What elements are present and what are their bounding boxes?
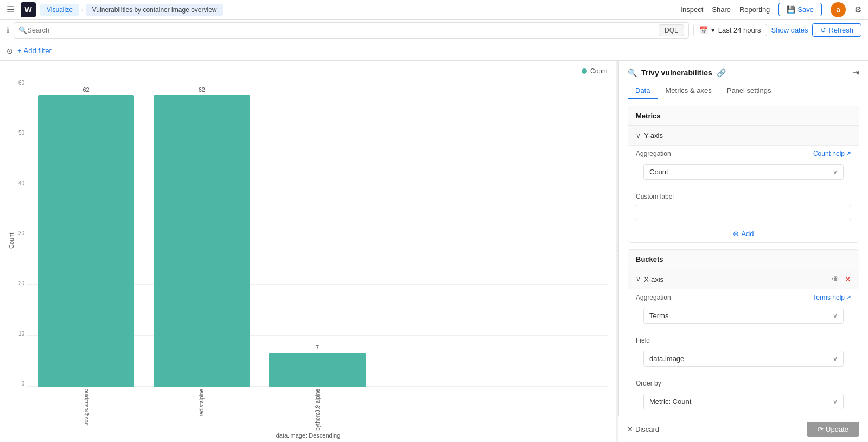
panel-tab-metrics-axes[interactable]: Metrics & axes [658, 83, 719, 99]
right-panel: 🔍 Trivy vulnerabilities 🔗 ⇥ Data Metrics… [618, 61, 868, 442]
add-icon: ⊕ [733, 230, 739, 238]
xlabel-postgres: postgres:alpine [33, 389, 139, 426]
count-help-icon: ↗ [846, 150, 851, 157]
panel-tabs: Data Metrics & axes Panel settings [628, 83, 859, 99]
order-by-chevron-icon: ∨ [833, 398, 838, 406]
bar-postgres[interactable] [38, 95, 134, 387]
plus-icon: + [17, 47, 22, 55]
panel-tab-data[interactable]: Data [628, 83, 658, 99]
field-select-wrap: data.image ∨ [628, 349, 859, 375]
time-label: Last 24 hours [718, 26, 761, 34]
order-by-label: Order by [636, 380, 661, 387]
buckets-aggregation-row: Aggregation Terms help ↗ Terms ∨ [628, 289, 859, 332]
hamburger-icon[interactable]: ☰ [7, 4, 14, 15]
metrics-section: Metrics ∨ Y-axis Aggregation Count help … [628, 106, 859, 243]
save-button[interactable]: 💾 Save [778, 3, 822, 16]
field-select[interactable]: data.image ∨ [643, 351, 844, 367]
panel-header: 🔍 Trivy vulnerabilities 🔗 ⇥ Data Metrics… [619, 61, 868, 99]
y-axis-label-text: Y-axis [644, 131, 663, 140]
close-x-icon[interactable]: ✕ [845, 275, 851, 283]
show-dates-button[interactable]: Show dates [771, 26, 808, 34]
xlabel-python-text: python:3.9-alpine [315, 389, 321, 431]
buckets-aggregation-label: Aggregation [636, 294, 671, 301]
y-axis-accordion[interactable]: ∨ Y-axis [628, 126, 859, 146]
main-layout: Count Count 60 50 40 30 20 10 0 [0, 61, 868, 442]
bar-redis[interactable] [154, 95, 250, 387]
bars-wrapper: 62 62 7 [27, 80, 608, 387]
custom-label-label: Custom label [636, 193, 674, 200]
refresh-button[interactable]: ↺ Refresh [812, 23, 861, 37]
update-button[interactable]: ⟳ Update [807, 422, 859, 437]
xlabel-redis-text: redis:alpine [199, 389, 205, 416]
eye-icon[interactable]: 👁 [832, 275, 839, 283]
time-picker[interactable]: 📅 ▾ Last 24 hours [693, 24, 767, 36]
field-label: Field [636, 337, 650, 344]
x-axis-label-text: X-axis [644, 275, 663, 283]
count-help-link[interactable]: Count help ↗ [813, 150, 851, 157]
bar-group-python: 7 [264, 80, 371, 387]
order-by-form-row: Order by [628, 375, 859, 392]
field-chevron-icon: ∨ [833, 355, 838, 363]
search-input[interactable] [27, 26, 659, 34]
y-tick-60: 60 [14, 80, 24, 86]
x-axis-chevron-icon: ∨ [636, 275, 641, 283]
chevron-down-icon: ▾ [711, 26, 715, 34]
gear-icon[interactable]: ⚙ [854, 5, 861, 15]
search-input-wrap[interactable]: 🔍 DQL [14, 22, 689, 39]
save-icon: 💾 [787, 5, 795, 14]
reporting-link[interactable]: Reporting [739, 5, 770, 14]
order-by-select-wrap: Metric: Count ∨ [628, 392, 859, 418]
order-by-value: Metric: Count [649, 397, 691, 406]
nav-right: Inspect Share Reporting 💾 Save a ⚙ [680, 2, 861, 17]
buckets-section-title: Buckets [628, 250, 859, 269]
buckets-aggregation-select-wrap: Terms ∨ [628, 306, 859, 332]
aggregation-select[interactable]: Count ∨ [643, 164, 844, 180]
xlabel-postgres-text: postgres:alpine [83, 389, 89, 426]
filter-bar: ⊙ + Add filter [0, 41, 868, 61]
aggregation-select-wrap: Count ∨ [628, 162, 859, 188]
custom-label-form-row: Custom label [628, 188, 859, 205]
panel-tab-panel-settings[interactable]: Panel settings [719, 83, 779, 99]
buckets-aggregation-select[interactable]: Terms ∨ [643, 308, 844, 324]
terms-help-link[interactable]: Terms help ↗ [813, 294, 851, 301]
refresh-icon: ↺ [820, 26, 826, 34]
tab-overview[interactable]: Vulnerabilities by container image overv… [86, 4, 224, 16]
panel-content: Metrics ∨ Y-axis Aggregation Count help … [619, 99, 868, 442]
nav-breadcrumb: Visualize › Vulnerabilities by container… [40, 4, 676, 16]
aggregation-label: Aggregation [636, 150, 671, 157]
xlabel-python: python:3.9-alpine [264, 389, 371, 431]
x-axis-labels: postgres:alpine redis:alpine python:3.9-… [27, 389, 608, 430]
filter-icon[interactable]: ⊙ [7, 47, 13, 55]
nav-logo: W [21, 2, 36, 17]
aggregation-form-row: Aggregation Count help ↗ [628, 146, 859, 162]
discard-icon: ✕ [627, 425, 633, 433]
inspect-link[interactable]: Inspect [680, 5, 703, 14]
add-filter-button[interactable]: + Add filter [17, 47, 52, 55]
order-by-select[interactable]: Metric: Count ∨ [643, 394, 844, 409]
xlabel-redis: redis:alpine [148, 389, 255, 416]
breadcrumb-separator: › [81, 6, 84, 14]
custom-label-input[interactable] [636, 205, 851, 220]
tab-visualize[interactable]: Visualize [40, 4, 79, 16]
panel-link-icon[interactable]: 🔗 [717, 68, 726, 77]
discard-button[interactable]: ✕ Discard [627, 425, 659, 433]
buckets-aggregation-form-row: Aggregation Terms help ↗ [628, 289, 859, 306]
share-link[interactable]: Share [712, 5, 731, 14]
dql-button[interactable]: DQL [659, 24, 684, 36]
bar-value-redis: 62 [199, 86, 205, 93]
avatar[interactable]: a [831, 2, 846, 17]
buckets-section: Buckets ∨ X-axis 👁 ✕ Aggregation Terms h… [628, 249, 859, 442]
y-tick-30: 30 [14, 230, 24, 236]
search-icon-panel: 🔍 [628, 68, 637, 77]
y-tick-50: 50 [14, 130, 24, 136]
buckets-aggregation-value: Terms [649, 312, 668, 320]
aggregation-chevron-icon: ∨ [833, 168, 838, 176]
x-axis-accordion[interactable]: ∨ X-axis 👁 ✕ [628, 269, 859, 289]
aggregation-row: Aggregation Count help ↗ Count ∨ [628, 146, 859, 188]
order-by-row: Order by Metric: Count ∨ [628, 375, 859, 418]
bar-python[interactable] [269, 353, 365, 387]
add-button[interactable]: ⊕ Add [733, 230, 754, 238]
panel-menu-icon[interactable]: ⇥ [852, 67, 859, 78]
y-tick-40: 40 [14, 180, 24, 186]
add-row: ⊕ Add [628, 225, 859, 242]
